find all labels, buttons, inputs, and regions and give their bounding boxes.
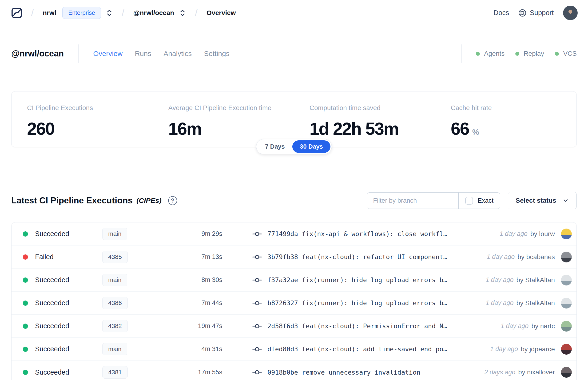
branch-badge[interactable]: main xyxy=(102,228,127,240)
status-cell: Succeeded xyxy=(23,299,102,307)
divider xyxy=(78,44,78,63)
status-label: Succeeded xyxy=(35,368,69,376)
git-commit-icon xyxy=(252,254,262,260)
top-navbar: / nrwl Enterprise / @nrwl/ocean / Overvi… xyxy=(0,0,588,26)
branch-badge[interactable]: main xyxy=(102,274,127,286)
branch-badge[interactable]: 4386 xyxy=(102,297,128,309)
stat-value: 16m xyxy=(168,119,202,139)
duration: 8m 30s xyxy=(180,276,222,284)
tab-runs[interactable]: Runs xyxy=(135,50,151,57)
table-row[interactable]: Succeeded main 4m 31s dfed80d3 feat(nx-c… xyxy=(12,338,576,361)
branch-filter-input[interactable] xyxy=(367,192,458,209)
tab-settings[interactable]: Settings xyxy=(204,50,229,57)
table-row[interactable]: Succeeded 4382 19m 47s 2d58f6d3 feat(nx-… xyxy=(12,315,576,338)
commit-message: b8726327 fix(runner): hide log upload er… xyxy=(267,299,447,307)
status-label: Failed xyxy=(35,253,54,261)
commit-cell[interactable]: f37a32ae fix(runner): hide log upload er… xyxy=(252,276,447,284)
commit-cell[interactable]: b8726327 fix(runner): hide log upload er… xyxy=(252,299,447,307)
branch-cell: 4381 xyxy=(102,366,180,379)
stats-section: CI Pipeline Executions 260 Average CI Pi… xyxy=(11,91,577,147)
status-label: Succeeded xyxy=(35,230,69,238)
stat-label: Cache hit rate xyxy=(451,104,570,112)
status-dot-icon xyxy=(23,254,28,260)
branch-cell: main xyxy=(102,228,180,240)
stat-cache-hit-rate: Cache hit rate 66% xyxy=(435,92,577,147)
page-title: @nrwl/ocean xyxy=(11,49,64,58)
date-range-toggle: 7 Days 30 Days xyxy=(256,139,332,154)
service-status-vcs[interactable]: VCS xyxy=(555,50,577,57)
status-cell: Succeeded xyxy=(23,276,102,284)
service-status-agents[interactable]: Agents xyxy=(476,50,505,57)
commit-cell[interactable]: 2d58f6d3 feat(nx-cloud): PermissionError… xyxy=(252,323,447,330)
time-ago: 1 day ago xyxy=(487,253,515,261)
status-cell: Succeeded xyxy=(23,322,102,330)
time-ago: 1 day ago xyxy=(500,230,528,237)
commit-cell[interactable]: 771499da fix(nx-api & workflows): close … xyxy=(252,230,447,237)
status-dot-icon xyxy=(23,370,28,375)
git-commit-icon xyxy=(252,346,262,353)
author-avatar xyxy=(561,344,572,355)
branch-badge[interactable]: 4381 xyxy=(102,366,128,379)
exact-checkbox[interactable] xyxy=(465,197,473,205)
range-option-30-days[interactable]: 30 Days xyxy=(292,140,330,153)
author-avatar xyxy=(561,321,572,332)
commit-message: 0918b0be remove unnecessary invalidation xyxy=(267,369,420,376)
service-label: Replay xyxy=(524,50,544,57)
tab-overview[interactable]: Overview xyxy=(93,50,123,57)
support-link[interactable]: Support xyxy=(518,9,554,17)
table-row[interactable]: Succeeded 4381 17m 55s 0918b0be remove u… xyxy=(12,361,576,380)
status-cell: Failed xyxy=(23,253,102,261)
breadcrumb-workspace[interactable]: @nrwl/ocean xyxy=(133,9,174,17)
git-commit-icon xyxy=(252,369,262,376)
service-status-replay[interactable]: Replay xyxy=(515,50,544,57)
workspace-switcher-icon[interactable] xyxy=(179,9,186,17)
breadcrumb-org[interactable]: nrwl xyxy=(43,9,57,17)
status-select-dropdown[interactable]: Select status xyxy=(508,192,577,209)
status-dot-icon xyxy=(555,52,559,56)
branch-badge[interactable]: 4385 xyxy=(102,251,128,263)
status-label: Succeeded xyxy=(35,322,69,330)
time-ago: 2 days ago xyxy=(484,369,515,376)
author: by nixallover xyxy=(518,368,555,376)
help-icon[interactable]: ? xyxy=(168,196,177,205)
commit-cell[interactable]: 0918b0be remove unnecessary invalidation xyxy=(252,369,420,376)
status-dot-icon xyxy=(23,347,28,352)
branch-badge[interactable]: 4382 xyxy=(102,320,128,332)
meta-cell: 2 days ago by nixallover xyxy=(484,367,572,378)
table-row[interactable]: Succeeded 4386 7m 44s b8726327 fix(runne… xyxy=(12,292,576,315)
nx-cloud-logo-icon[interactable] xyxy=(11,7,22,18)
author-avatar xyxy=(561,367,572,378)
status-dot-icon xyxy=(23,301,28,306)
status-label: Succeeded xyxy=(35,276,69,284)
workspace-tabs: Overview Runs Analytics Settings xyxy=(93,50,229,57)
git-commit-icon xyxy=(252,231,262,237)
range-option-7-days[interactable]: 7 Days xyxy=(258,140,292,153)
service-label: Agents xyxy=(484,50,505,57)
branch-cell: 4386 xyxy=(102,297,180,309)
commit-cell[interactable]: dfed80d3 feat(nx-cloud): add time-saved … xyxy=(252,345,447,353)
stat-computation-time-saved: Computation time saved 1d 22h 53m xyxy=(294,92,435,147)
status-cell: Succeeded xyxy=(23,345,102,353)
time-ago: 1 day ago xyxy=(486,276,514,284)
commit-cell[interactable]: 3b79fb38 feat(nx-cloud): refactor UI com… xyxy=(252,253,447,261)
support-label: Support xyxy=(530,9,554,17)
user-avatar[interactable] xyxy=(563,6,578,20)
table-row[interactable]: Succeeded main 9m 29s 771499da fix(nx-ap… xyxy=(12,223,576,246)
meta-cell: 1 day ago by nartc xyxy=(501,321,572,332)
stat-value: 1d 22h 53m xyxy=(309,119,398,139)
service-label: VCS xyxy=(563,50,577,57)
duration: 9m 29s xyxy=(180,230,222,237)
time-ago: 1 day ago xyxy=(490,345,518,353)
stat-value: 66 xyxy=(451,119,469,139)
lifebuoy-icon xyxy=(518,9,526,17)
branch-badge[interactable]: main xyxy=(102,343,127,355)
duration: 7m 13s xyxy=(180,253,222,261)
tab-analytics[interactable]: Analytics xyxy=(163,50,192,57)
service-status-group: Agents Replay VCS xyxy=(461,44,577,63)
table-row[interactable]: Succeeded main 8m 30s f37a32ae fix(runne… xyxy=(12,268,576,292)
org-switcher-icon[interactable] xyxy=(106,9,113,17)
author: by StalkAltan xyxy=(516,276,555,284)
docs-link[interactable]: Docs xyxy=(493,9,509,17)
exact-label: Exact xyxy=(478,197,494,204)
table-row[interactable]: Failed 4385 7m 13s 3b79fb38 feat(nx-clou… xyxy=(12,246,576,268)
